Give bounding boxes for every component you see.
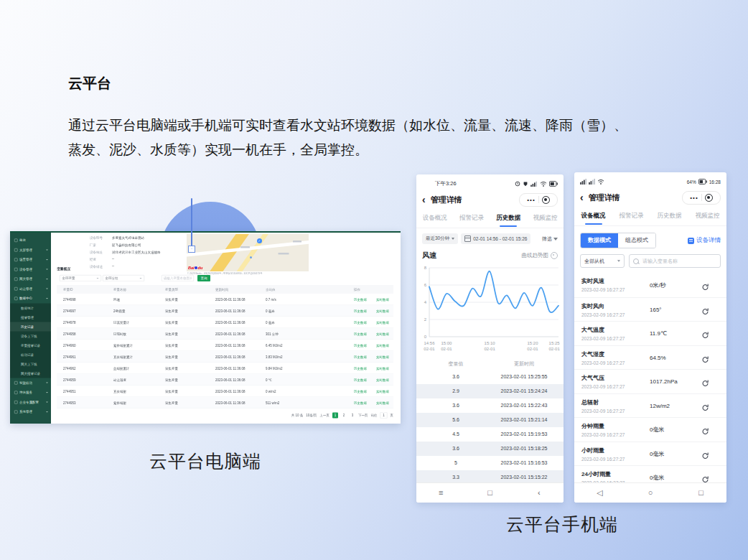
variable-group-select[interactable]: 全部分组: [103, 275, 144, 281]
sidebar-item-label: 企业专属配置: [19, 400, 39, 405]
table-cell: 采集变量: [165, 305, 178, 317]
goto-page-input[interactable]: 1: [380, 412, 388, 419]
device-detail-link[interactable]: 设备详情: [688, 236, 721, 245]
row-action-link[interactable]: 历史数据: [354, 317, 367, 328]
row-action-link[interactable]: 历史数据: [354, 328, 367, 340]
row-action-link[interactable]: 历史数据: [354, 363, 367, 374]
variable-search-input[interactable]: [641, 258, 716, 264]
tab-2[interactable]: 历史数据: [490, 209, 527, 228]
variable-item: 分钟雨量2023-02-09 16:27:270毫米: [574, 417, 726, 442]
back-button[interactable]: ‹: [422, 192, 426, 207]
row-action-link[interactable]: 实时数据: [376, 397, 389, 409]
battery-icon: [698, 179, 707, 185]
sidebar-item[interactable]: 智慧联动: [10, 378, 51, 388]
section-label: 变量概况: [57, 266, 70, 271]
config-mode-button[interactable]: 组态模式: [618, 233, 655, 248]
variable-search-input[interactable]: [162, 275, 194, 281]
row-action-link[interactable]: 历史数据: [354, 374, 367, 386]
recents-nav-icon[interactable]: □: [675, 483, 726, 503]
more-icon[interactable]: •••: [690, 195, 698, 201]
sidebar-subitem[interactable]: 报警管理: [10, 313, 51, 322]
refresh-icon[interactable]: [701, 401, 709, 409]
sidebar-item[interactable]: 概览: [10, 235, 51, 246]
more-icon[interactable]: •••: [527, 197, 535, 203]
capsule-divider: [701, 194, 702, 201]
table-cell: 2744959: [63, 374, 76, 386]
close-circle-icon[interactable]: [705, 194, 713, 202]
page-number[interactable]: 1: [332, 413, 338, 419]
tab-2[interactable]: 历史数据: [650, 207, 688, 225]
refresh-icon[interactable]: [701, 426, 709, 434]
sidebar-subitem[interactable]: 联动记录: [10, 350, 51, 360]
sidebar-item[interactable]: 场景管理: [10, 255, 51, 265]
row-action-link[interactable]: 历史数据: [354, 294, 367, 305]
data-mode-button[interactable]: 数据模式: [581, 233, 618, 248]
sidebar-subitem[interactable]: 历史记录: [10, 322, 51, 332]
query-button[interactable]: 查询: [197, 275, 210, 281]
page-number[interactable]: 2: [341, 413, 347, 419]
sidebar-item[interactable]: 大屏管理: [10, 246, 51, 256]
date-range-picker[interactable]: 02-01 14:56 - 02-01 15:26: [461, 233, 530, 244]
home-nav-icon[interactable]: ○: [625, 483, 676, 503]
sidebar-item[interactable]: 系统管理: [10, 407, 51, 417]
page-number[interactable]: 3: [350, 413, 355, 419]
refresh-icon[interactable]: [701, 378, 709, 386]
sidebar-subitem[interactable]: 网关报警记录: [10, 369, 51, 378]
row-action-link[interactable]: 实时数据: [376, 374, 389, 386]
sidebar-subitem[interactable]: 网关上下线: [10, 360, 51, 369]
next-page-button[interactable]: 下一页: [358, 413, 368, 418]
time-range-select[interactable]: 最近30分钟: [422, 233, 458, 244]
row-action-link[interactable]: 历史数据: [354, 305, 367, 317]
row-action-link[interactable]: 实时数据: [376, 294, 389, 305]
row-action-link[interactable]: 实时数据: [376, 351, 389, 363]
row-action-link[interactable]: 历史数据: [354, 340, 367, 351]
tab-3[interactable]: 视频监控: [527, 209, 564, 228]
row-action-link[interactable]: 实时数据: [376, 328, 389, 340]
table-row: 2744961直接辐射累计采集变量2023-06-01 11:36:083.83…: [57, 351, 393, 363]
refresh-icon[interactable]: [701, 353, 709, 361]
tab-1[interactable]: 报警记录: [612, 207, 650, 225]
page-size-select[interactable]: 10条/页: [306, 413, 317, 418]
back-nav-icon[interactable]: ◁: [574, 483, 625, 503]
home-nav-icon[interactable]: □: [465, 483, 514, 503]
refresh-icon[interactable]: [701, 449, 709, 457]
variable-type-select[interactable]: 全部变量: [60, 275, 101, 281]
sidebar-item[interactable]: 增值服务: [10, 388, 51, 398]
sidebar-subitem[interactable]: 数据统计: [10, 304, 51, 313]
row-action-link[interactable]: 实时数据: [376, 363, 389, 374]
prev-page-button[interactable]: 上一页: [320, 413, 330, 418]
refresh-icon[interactable]: [701, 474, 709, 482]
refresh-icon[interactable]: [701, 330, 709, 337]
row-action-link[interactable]: 历史数据: [354, 351, 367, 363]
row-action-link[interactable]: 实时数据: [376, 317, 389, 328]
tab-1[interactable]: 报警记录: [453, 209, 490, 228]
slave-select[interactable]: 全部从机: [580, 254, 625, 268]
table-cell: 2744998: [63, 294, 76, 305]
menu-nav-icon[interactable]: ≡: [416, 483, 465, 503]
sidebar-item[interactable]: 网关管理: [10, 274, 51, 284]
row-action-link[interactable]: 实时数据: [376, 340, 389, 351]
logo-text: Bai: [188, 266, 195, 270]
sidebar-item[interactable]: 设备管理: [10, 265, 51, 275]
tab-0[interactable]: 设备概况: [574, 207, 612, 225]
sidebar-item[interactable]: 站点管理: [10, 284, 51, 294]
chart-type-switch[interactable]: 曲线趋势图: [522, 252, 558, 259]
refresh-icon[interactable]: [701, 305, 709, 313]
sidebar-subitem[interactable]: 变量报警记录: [10, 341, 51, 350]
back-nav-icon[interactable]: ‹: [515, 483, 564, 503]
tab-3[interactable]: 视频监控: [688, 207, 726, 225]
tab-0[interactable]: 设备概况: [416, 209, 453, 228]
sidebar-item[interactable]: 数据中心: [10, 294, 51, 304]
list-item: 52023-02-01 15:16:53: [416, 456, 564, 470]
row-action-link[interactable]: 历史数据: [354, 386, 367, 397]
row-action-link[interactable]: 实时数据: [376, 386, 389, 397]
sidebar-subitem[interactable]: 设备上下线: [10, 332, 51, 341]
map[interactable]: ✓ Bai du: [187, 234, 309, 271]
row-action-link[interactable]: 历史数据: [354, 397, 367, 409]
sidebar-item[interactable]: 企业专属配置: [10, 398, 51, 408]
row-action-link[interactable]: 实时数据: [376, 305, 389, 317]
back-button[interactable]: ‹: [580, 190, 584, 205]
close-circle-icon[interactable]: [542, 196, 550, 204]
refresh-icon[interactable]: [701, 281, 709, 289]
filter-button[interactable]: 筛选: [542, 235, 558, 243]
